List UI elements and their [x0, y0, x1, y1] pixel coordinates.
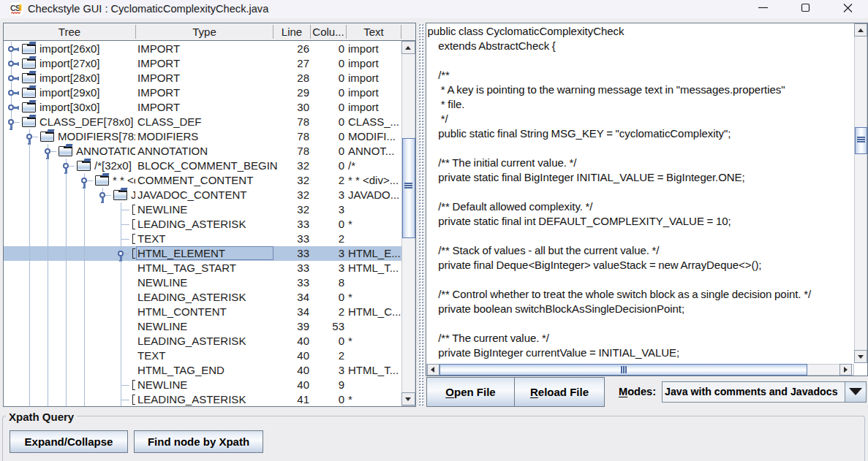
svg-text:CS: CS — [10, 4, 20, 12]
